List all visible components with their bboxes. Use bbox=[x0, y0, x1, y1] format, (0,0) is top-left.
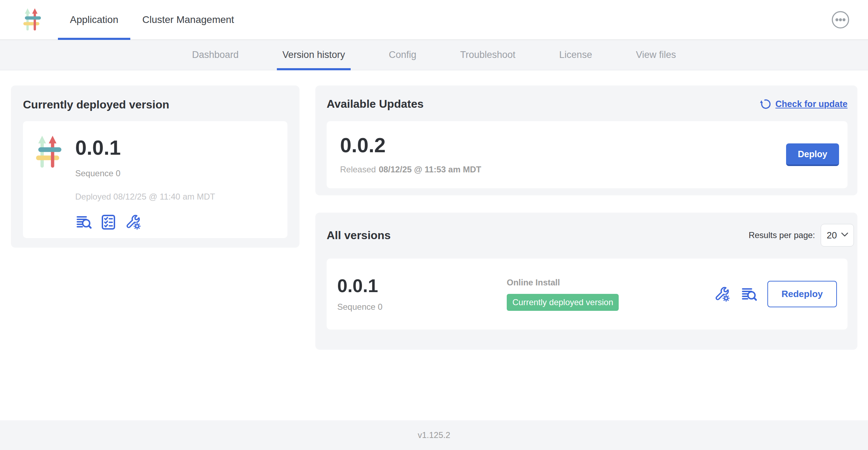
tab-cluster-management[interactable]: Cluster Management bbox=[130, 0, 246, 40]
all-versions-title: All versions bbox=[327, 229, 391, 242]
check-for-update-label: Check for update bbox=[775, 99, 848, 109]
app-logo-icon bbox=[23, 6, 42, 34]
version-history-page: Application Cluster Management Dashboard… bbox=[0, 0, 868, 450]
edit-config-icon[interactable] bbox=[125, 214, 142, 231]
preflight-checks-icon[interactable] bbox=[100, 214, 117, 231]
subnav-dashboard-label: Dashboard bbox=[192, 49, 239, 60]
currently-deployed-panel: 0.0.1 Sequence 0 Deployed 08/12/25 @ 11:… bbox=[23, 121, 287, 238]
chevron-down-icon bbox=[841, 232, 849, 238]
available-updates-title: Available Updates bbox=[327, 97, 423, 111]
redeploy-button[interactable]: Redeploy bbox=[767, 281, 837, 307]
check-for-update-link[interactable]: Check for update bbox=[759, 98, 848, 110]
tab-cluster-management-label: Cluster Management bbox=[142, 14, 234, 25]
refresh-icon bbox=[759, 98, 771, 110]
version-row: 0.0.1 Sequence 0 Online Install Currentl… bbox=[327, 259, 848, 330]
currently-deployed-title: Currently deployed version bbox=[23, 98, 287, 111]
subnav-version-history-label: Version history bbox=[283, 49, 345, 60]
row-actions: Redeploy bbox=[714, 281, 837, 307]
released-date: 08/12/25 @ 11:53 am MDT bbox=[379, 165, 481, 174]
subnav-tab-license[interactable]: License bbox=[554, 40, 598, 70]
subnav-tab-view-files[interactable]: View files bbox=[630, 40, 682, 70]
app-footer: v1.125.2 bbox=[0, 420, 868, 450]
subnav-troubleshoot-label: Troubleshoot bbox=[460, 49, 516, 60]
released-prefix: Released bbox=[340, 165, 376, 174]
deployed-action-icons bbox=[75, 214, 215, 231]
deployed-version-number: 0.0.1 bbox=[75, 137, 215, 158]
subnav-tab-config[interactable]: Config bbox=[383, 40, 422, 70]
results-per-page-label: Results per page: bbox=[749, 230, 815, 240]
deploy-button[interactable]: Deploy bbox=[786, 143, 839, 166]
subnav-tab-troubleshoot[interactable]: Troubleshoot bbox=[454, 40, 521, 70]
results-per-page-value: 20 bbox=[827, 230, 837, 241]
app-subnav: Dashboard Version history Config Trouble… bbox=[0, 40, 868, 70]
row-install-type: Online Install bbox=[507, 278, 714, 288]
all-versions-card: All versions Results per page: 20 0.0.1 … bbox=[315, 213, 857, 350]
deployed-timestamp: Deployed 08/12/25 @ 11:40 am MDT bbox=[75, 192, 215, 202]
release-notes-icon[interactable] bbox=[741, 286, 757, 303]
update-version-number: 0.0.2 bbox=[340, 135, 481, 155]
row-version-number: 0.0.1 bbox=[337, 277, 507, 295]
available-update-row: 0.0.2 Released08/12/25 @ 11:53 am MDT De… bbox=[327, 121, 848, 188]
release-notes-icon[interactable] bbox=[75, 214, 92, 231]
subnav-tab-version-history[interactable]: Version history bbox=[277, 40, 351, 70]
results-per-page-select[interactable]: 20 bbox=[821, 224, 854, 247]
results-per-page-group: Results per page: 20 bbox=[749, 224, 848, 247]
update-released-timestamp: Released08/12/25 @ 11:53 am MDT bbox=[340, 165, 481, 174]
app-header: Application Cluster Management bbox=[0, 0, 868, 40]
currently-deployed-badge: Currently deployed version bbox=[507, 294, 619, 311]
subnav-view-files-label: View files bbox=[636, 49, 676, 60]
console-version: v1.125.2 bbox=[418, 430, 450, 440]
subnav-license-label: License bbox=[559, 49, 592, 60]
available-updates-card: Available Updates Check for update 0.0.2 bbox=[315, 85, 857, 195]
header-tabs: Application Cluster Management bbox=[58, 0, 246, 40]
currently-deployed-card: Currently deployed version 0.0.1 Sequenc… bbox=[11, 85, 299, 248]
deployed-sequence: Sequence 0 bbox=[75, 168, 215, 178]
ellipsis-circle-icon[interactable] bbox=[831, 11, 850, 29]
row-sequence: Sequence 0 bbox=[337, 302, 507, 312]
edit-config-icon[interactable] bbox=[714, 286, 731, 303]
tab-application[interactable]: Application bbox=[58, 0, 130, 40]
app-logo-icon bbox=[35, 135, 63, 170]
main-content: Currently deployed version 0.0.1 Sequenc… bbox=[0, 70, 868, 420]
subnav-config-label: Config bbox=[389, 49, 416, 60]
header-right bbox=[831, 11, 850, 29]
tab-application-label: Application bbox=[70, 14, 118, 25]
subnav-tab-dashboard[interactable]: Dashboard bbox=[186, 40, 244, 70]
